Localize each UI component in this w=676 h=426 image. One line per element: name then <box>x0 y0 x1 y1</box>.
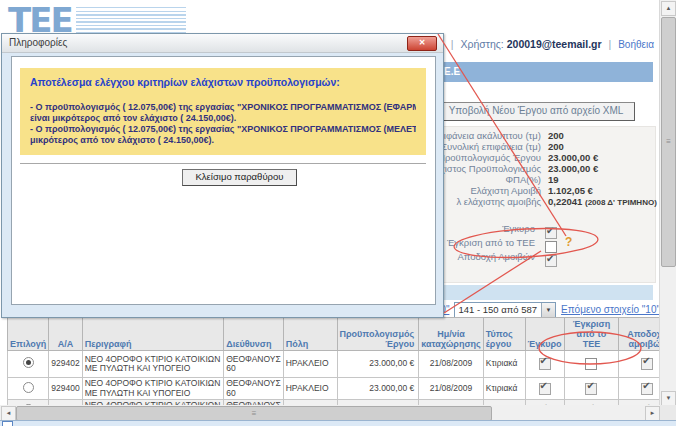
col-header-description: Περιγραφή <box>82 318 224 351</box>
col-header-budget: Προϋπολογισμός Έργου <box>337 318 419 351</box>
user-email: 200019@teemail.gr <box>507 38 602 50</box>
session-bar: Έξοδος | Χρήστης: 200019@teemail.gr | Βο… <box>410 38 654 50</box>
dialog-content-panel: Αποτέλεσμα ελέγχου κριτηρίων ελάχιστων π… <box>11 56 436 305</box>
row-fees-checkbox[interactable] <box>641 358 653 370</box>
dialog-message-line: - Ο προϋπολογισμός ( 12.075,00€) της εργ… <box>30 124 416 135</box>
fees-accepted-checkbox[interactable] <box>545 255 557 267</box>
col-header-tee-approval: Έγκριση από το ΤΕΕ <box>564 318 619 351</box>
row-fees-checkbox[interactable] <box>641 383 653 395</box>
row-budget: 23.000,00 € <box>337 378 419 400</box>
help-link[interactable]: Βοήθεια <box>618 39 654 50</box>
field-value: 19 <box>548 174 559 185</box>
tee-logo-text: ΤΕΕ <box>8 3 72 37</box>
info-dialog: Πληροφορίες ✕ Αποτέλεσμα ελέγχου κριτηρί… <box>1 33 444 318</box>
row-id: 929402 <box>49 351 82 378</box>
tee-logo-stripes-icon <box>76 7 186 33</box>
scroll-down-icon[interactable]: ▼ <box>661 391 676 406</box>
field-value: 23.000,00 € <box>548 152 598 163</box>
row-type: Κτιριακά <box>483 378 525 400</box>
close-icon[interactable]: ✕ <box>407 36 437 51</box>
col-header-address: Διεύθυνση <box>224 318 284 351</box>
dialog-message-line: μικρότερος από τον ελάχιστο ( 24.150,00€… <box>30 135 416 146</box>
col-header-date: Ημ/νία καταχώρησης <box>419 318 484 351</box>
upload-xml-button[interactable]: Υποβολή Νέου Έργου από αρχείο XML <box>437 102 635 121</box>
help-question-icon[interactable]: ? <box>565 235 572 249</box>
next-page-link[interactable]: Επόμενο στοιχείο "10" <box>561 304 660 315</box>
field-value: 23.000,00 € <box>548 163 598 174</box>
row-tee-approval-checkbox[interactable] <box>585 358 597 370</box>
col-header-type: Τύπος έργου <box>483 318 525 351</box>
row-id: 929400 <box>49 378 82 400</box>
scrollbar-corner <box>660 405 676 421</box>
section-header-partial-text: Ε.Ε <box>444 66 460 77</box>
status-bar <box>0 420 676 426</box>
dialog-title-bar[interactable]: Πληροφορίες ✕ <box>2 34 443 53</box>
field-value: 200 <box>548 130 564 141</box>
field-value: 1.102,05 € <box>548 185 593 196</box>
separator: | <box>609 38 612 50</box>
table-row: 929400 ΝΕΟ 4ΟΡΟΦΟ ΚΤΙΡΙΟ ΚΑΤΟΙΚΙΩΝ ΜΕ ΠΥ… <box>8 378 676 400</box>
row-select-radio[interactable] <box>23 357 34 368</box>
table-row: 929402 ΝΕΟ 4ΟΡΟΦΟ ΚΤΙΡΙΟ ΚΑΤΟΙΚΙΩΝ ΜΕ ΠΥ… <box>8 351 676 378</box>
row-valid-checkbox[interactable] <box>539 383 551 395</box>
row-budget: 23.000,00 € <box>337 351 419 378</box>
dialog-message-heading: Αποτέλεσμα ελέγχου κριτηρίων ελάχιστων π… <box>30 76 416 88</box>
dialog-separator <box>20 163 426 165</box>
scroll-left-icon[interactable]: ◄ <box>1 406 16 421</box>
user-label: Χρήστης: <box>461 38 504 50</box>
col-header-valid: Έγκυρο <box>525 318 564 351</box>
field-value: 0,22041 (2008 Δ' ΤΡΙΜΗΝΟ) <box>548 196 657 208</box>
horizontal-scrollbar-thumb[interactable] <box>16 406 492 421</box>
dropdown-arrow-icon[interactable]: ▼ <box>541 303 555 317</box>
row-description: ΝΕΟ 4ΟΡΟΦΟ ΚΤΙΡΙΟ ΚΑΤΟΙΚΙΩΝ ΜΕ ΠΥΛΩΤΗ ΚΑ… <box>82 378 224 400</box>
row-date: 21/08/2009 <box>419 351 484 378</box>
col-header-select: Επιλογή <box>8 318 49 351</box>
dialog-message-lines: - Ο προϋπολογισμός ( 12.075,00€) της εργ… <box>30 102 416 146</box>
field-value: 200 <box>548 141 564 152</box>
dialog-message-box: Αποτέλεσμα ελέγχου κριτηρίων ελάχιστων π… <box>20 68 426 155</box>
row-date: 21/08/2009 <box>419 378 484 400</box>
scroll-right-icon[interactable]: ► <box>645 406 660 421</box>
table-header-row: Επιλογή Α/Α Περιγραφή Διεύθυνση Πόλη Προ… <box>8 318 676 351</box>
page-range-value: 141 - 150 από 587 <box>455 304 541 315</box>
row-address: ΘΕΟΦΑΝΟΥΣ 60 <box>224 351 284 378</box>
row-address: ΘΕΟΦΑΝΟΥΣ 60 <box>224 378 284 400</box>
row-tee-approval-checkbox[interactable] <box>585 383 597 395</box>
separator: | <box>451 38 454 50</box>
row-select-radio[interactable] <box>23 382 34 393</box>
vertical-scrollbar-thumb[interactable] <box>661 17 676 267</box>
page-range-select[interactable]: 141 - 150 από 587 ▼ <box>454 302 556 318</box>
status-bar-icon <box>2 421 13 426</box>
row-city: ΗΡΑΚΛΕΙΟ <box>283 351 337 378</box>
dialog-title: Πληροφορίες <box>9 37 67 48</box>
vertical-scrollbar[interactable]: ▲ ▼ <box>659 0 676 406</box>
horizontal-scrollbar[interactable]: ◄ ► <box>0 405 660 421</box>
col-header-city: Πόλη <box>283 318 337 351</box>
field-extra: (2008 Δ' ΤΡΙΜΗΝΟ) <box>585 198 657 207</box>
col-header-id: Α/Α <box>49 318 82 351</box>
dialog-message-line: - Ο προϋπολογισμός ( 12.075,00€) της εργ… <box>30 102 416 113</box>
scroll-up-icon[interactable]: ▲ <box>661 1 676 16</box>
application-window: ΤΕΕ Έξοδος | Χρήστης: 200019@teemail.gr … <box>0 0 676 426</box>
close-window-button[interactable]: Κλείσιμο παραθύρου <box>182 169 297 186</box>
row-description: ΝΕΟ 4ΟΡΟΦΟ ΚΤΙΡΙΟ ΚΑΤΟΙΚΙΩΝ ΜΕ ΠΥΛΩΤΗ ΚΑ… <box>82 351 224 378</box>
dialog-message-line: είναι μικρότερος από τον ελάχιστο ( 24.1… <box>30 113 416 124</box>
row-city: ΗΡΑΚΛΕΙΟ <box>283 378 337 400</box>
row-valid-checkbox[interactable] <box>539 358 551 370</box>
row-type: Κτιριακά <box>483 351 525 378</box>
